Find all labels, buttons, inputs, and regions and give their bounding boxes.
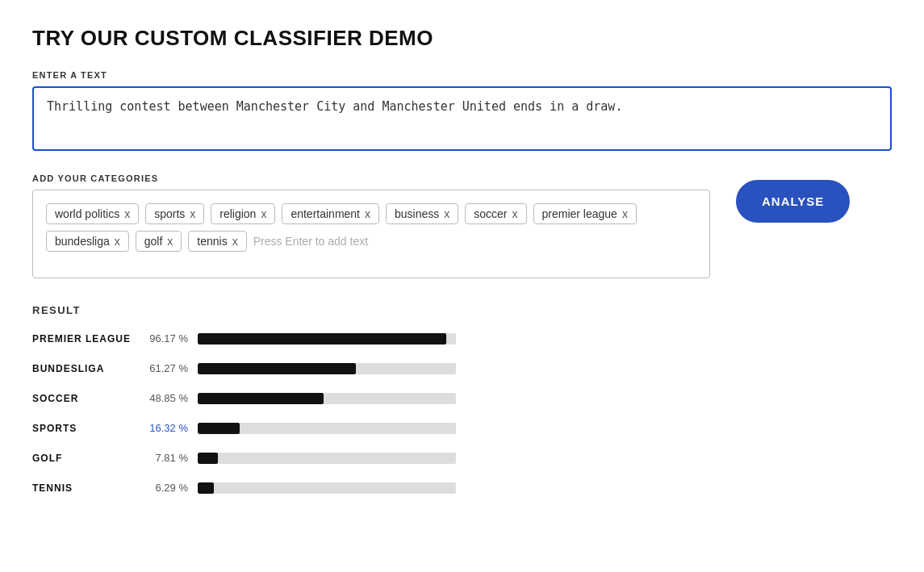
result-label-5: TENNIS [32,482,145,494]
bar-track-2 [198,393,456,404]
result-title: RESULT [32,304,892,316]
result-percent-3: 16.32 % [145,422,198,434]
result-label-0: PREMIER LEAGUE [32,333,145,344]
tag-remove-religion[interactable]: x [261,208,266,219]
categories-label: ADD YOUR CATEGORIES [32,173,710,183]
tag-remove-premier-league[interactable]: x [622,208,628,219]
result-label-3: SPORTS [32,423,145,434]
tag-label: bundesliga [55,235,110,248]
bar-track-4 [198,453,456,464]
tag-sports: sportsx [145,203,204,224]
result-row: TENNIS 6.29 % [32,482,892,494]
tag-remove-golf[interactable]: x [167,236,173,247]
tag-religion: religionx [211,203,275,224]
result-percent-5: 6.29 % [145,482,198,494]
tag-label: world politics [55,207,119,220]
bar-fill-2 [198,393,324,404]
result-section: RESULT PREMIER LEAGUE 96.17 % BUNDESLIGA… [32,304,892,494]
result-row: SOCCER 48.85 % [32,392,892,404]
tag-label: golf [144,235,163,248]
tag-remove-world-politics[interactable]: x [124,208,130,219]
categories-section: ADD YOUR CATEGORIES world politicsxsport… [32,173,892,278]
tag-remove-sports[interactable]: x [190,208,195,219]
result-row: GOLF 7.81 % [32,452,892,464]
bar-fill-0 [198,333,446,344]
bar-track-0 [198,333,456,344]
tag-remove-soccer[interactable]: x [512,208,518,219]
text-input-label: ENTER A TEXT [32,70,892,80]
bar-fill-5 [198,482,214,494]
page-title: TRY OUR CUSTOM CLASSIFIER DEMO [32,26,892,51]
result-label-2: SOCCER [32,393,145,404]
bar-track-1 [198,363,456,374]
tag-label: religion [220,207,256,220]
tag-remove-tennis[interactable]: x [232,236,238,247]
tag-label: soccer [474,207,507,220]
bar-fill-1 [198,363,356,374]
bar-fill-3 [198,423,240,434]
result-percent-0: 96.17 % [145,332,198,344]
result-percent-4: 7.81 % [145,452,198,464]
tag-input-placeholder[interactable]: Press Enter to add text [253,231,368,252]
result-label-1: BUNDESLIGA [32,363,145,374]
tag-tennis: tennisx [188,231,246,252]
tag-golf: golfx [136,231,182,252]
tag-premier-league: premier leaguex [533,203,637,224]
bar-track-5 [198,482,456,494]
tag-entertainment: entertainmentx [282,203,379,224]
tag-world-politics: world politicsx [46,203,139,224]
categories-box: world politicsxsportsxreligionxentertain… [32,190,710,278]
tag-bundesliga: bundesligax [46,231,129,252]
tag-remove-bundesliga[interactable]: x [115,236,120,247]
result-row: PREMIER LEAGUE 96.17 % [32,332,892,344]
tag-label: entertainment [291,207,360,220]
tag-label: sports [154,207,185,220]
text-input[interactable] [32,86,892,151]
tag-label: premier league [542,207,617,220]
tag-remove-business[interactable]: x [444,208,449,219]
result-label-4: GOLF [32,453,145,464]
result-percent-1: 61.27 % [145,362,198,374]
bar-track-3 [198,423,456,434]
analyse-button[interactable]: ANALYSE [736,180,850,223]
tag-label: tennis [197,235,227,248]
tag-soccer: soccerx [465,203,526,224]
bar-fill-4 [198,453,218,464]
result-row: BUNDESLIGA 61.27 % [32,362,892,374]
result-percent-2: 48.85 % [145,392,198,404]
result-row: SPORTS 16.32 % [32,422,892,434]
tag-business: businessx [386,203,458,224]
tag-remove-entertainment[interactable]: x [365,208,370,219]
tag-label: business [395,207,439,220]
